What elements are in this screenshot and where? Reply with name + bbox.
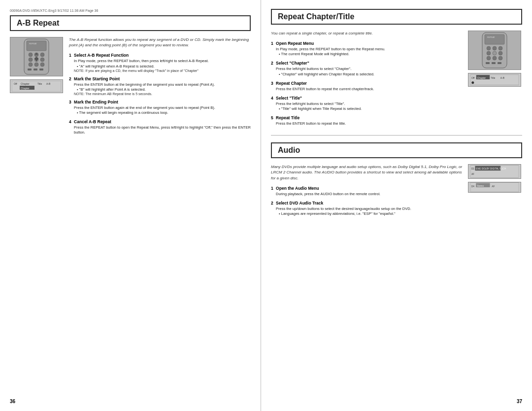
svg-point-29	[493, 46, 497, 50]
svg-point-33	[499, 51, 502, 55]
svg-point-36	[499, 56, 502, 60]
svg-rect-16	[33, 68, 37, 70]
svg-text:AF: AF	[471, 173, 474, 175]
left-step-1-note: NOTE: If you are playing a CD, the menu …	[74, 69, 251, 72]
audio-content: Many DVDs provide multiple language and …	[271, 164, 522, 220]
svg-text:Chapter: Chapter	[477, 77, 486, 79]
svg-point-31	[487, 51, 491, 55]
right-repeat-step-2-title: 2 Select "Chapter"	[271, 61, 463, 66]
svg-point-34	[487, 56, 491, 60]
left-step-2-bullet: • "B" will highlight after Point A is se…	[77, 87, 251, 92]
audio-step-2: 2 Select DVD Audio Track Press the up/do…	[271, 201, 463, 216]
svg-text:AF: AF	[492, 185, 495, 188]
left-step-4-body: Press the REPEAT button to open the Repe…	[74, 125, 251, 135]
svg-text:Off: Off	[14, 82, 17, 85]
svg-text:Title: Title	[491, 77, 495, 79]
right-repeat-step-3: 3 Repeat Chapter Press the ENTER button …	[271, 81, 463, 92]
svg-text:Chapter: Chapter	[21, 87, 30, 90]
left-step-1-bullet: • "A" will highlight when A-B Repeat is …	[77, 64, 251, 69]
left-step-1: 1 Select A-B Repeat Function In Play mod…	[69, 53, 251, 72]
svg-point-5	[29, 58, 33, 62]
right-repeat-step-5-title: 5 Repeat Title	[271, 115, 463, 120]
right-repeat-step-4-bullet: • "Title" will highlight when Title Repe…	[279, 106, 463, 111]
svg-text:Stereo: Stereo	[477, 185, 484, 187]
audio-step-2-bullet: • Languages are represented by abbreviat…	[279, 211, 463, 216]
right-display-strip: Off Chapter Title A-B ⬤	[468, 73, 521, 87]
right-repeat-step-3-body: Press the ENTER button to repeat the cur…	[276, 87, 463, 92]
audio-step-1: 1 Open the Audio Menu During playback, p…	[271, 186, 463, 197]
right-repeat-intro: You can repeat a single chapter, or repe…	[271, 31, 463, 36]
left-display-strip: Off Chapter Title A-B Chapter	[10, 79, 63, 93]
svg-rect-38	[492, 62, 496, 64]
svg-rect-17	[39, 68, 43, 70]
left-step-2-note: NOTE: The minimum AB Repeat time is 5 se…	[74, 92, 251, 96]
audio-display-strip-2: D4 Stereo AF	[468, 182, 521, 193]
svg-point-4	[40, 53, 44, 57]
right-page: Repeat Chapter/Title You can repeat a si…	[261, 0, 532, 411]
left-step-3: 3 Mark the Ending Point Press the ENTER …	[69, 100, 251, 115]
audio-images: D1 ENG DOLBY DIGITAL 5.1CH AF D4 Stereo	[468, 164, 522, 220]
audio-step-2-title: 2 Select DVD Audio Track	[271, 201, 463, 206]
left-step-1-title: 1 Select A-B Repeat Function	[69, 53, 251, 58]
svg-point-2	[29, 53, 33, 57]
svg-point-7	[40, 58, 44, 62]
right-repeat-step-1-body: In Play mode, press the REPEAT button to…	[276, 47, 463, 52]
audio-header: Audio	[271, 142, 522, 158]
svg-rect-39	[498, 62, 501, 64]
right-repeat-step-2-body: Press the left/right buttons to select "…	[276, 67, 463, 71]
audio-divider	[271, 135, 522, 136]
left-page-number: 36	[10, 399, 15, 404]
right-repeat-content: You can repeat a single chapter, or repe…	[271, 31, 522, 130]
svg-text:D1: D1	[471, 168, 474, 170]
svg-text:REPEAT: REPEAT	[487, 36, 495, 38]
audio-step-1-body: During playback, press the AUDIO button …	[276, 192, 463, 197]
right-repeat-header: Repeat Chapter/Title	[271, 9, 522, 25]
left-step-3-title: 3 Mark the Ending Point	[69, 100, 251, 104]
svg-point-30	[499, 46, 502, 50]
right-repeat-step-4-body: Press the left/right buttons to select "…	[276, 102, 463, 106]
svg-text:A-B: A-B	[46, 82, 51, 85]
left-step-3-bullet: • The segment will begin repeating in a …	[77, 110, 251, 115]
audio-display-strip-1: D1 ENG DOLBY DIGITAL 5.1CH AF	[468, 164, 521, 179]
left-section-title: A-B Repeat	[17, 19, 244, 28]
left-intro: The A-B Repeat function allows you to re…	[69, 37, 251, 48]
audio-intro: Many DVDs provide multiple language and …	[271, 164, 463, 181]
right-repeat-step-1-bullet: • The current Repeat Mode will highlight…	[279, 52, 463, 57]
left-steps: The A-B Repeat function allows you to re…	[69, 37, 251, 139]
svg-text:A-B: A-B	[500, 77, 504, 79]
left-step-1-body: In Play mode, press the REPEAT button, t…	[74, 59, 251, 64]
left-step-4: 4 Cancel A-B Repeat Press the REPEAT but…	[69, 119, 251, 135]
left-device-images: REPEAT Off Chapter Title A-B Chapter	[10, 37, 64, 139]
svg-text:D4: D4	[471, 185, 474, 188]
right-repeat-title: Repeat Chapter/Title	[278, 12, 515, 21]
left-step-2: 2 Mark the Starting Point Press the ENTE…	[69, 76, 251, 96]
audio-steps: Many DVDs provide multiple language and …	[271, 164, 463, 220]
svg-rect-37	[486, 62, 490, 64]
svg-point-28	[487, 46, 491, 50]
svg-point-10	[40, 63, 44, 67]
right-repeat-step-4: 4 Select "Title" Press the left/right bu…	[271, 96, 463, 111]
audio-title: Audio	[278, 146, 515, 155]
right-repeat-images: REPEAT Off Chapter Title A-B ⬤	[468, 31, 522, 130]
page-meta: 00090A DVD-V85K/XTC-Eng3 9/17/02 11:36 A…	[10, 9, 251, 12]
svg-text:ENG  DOLBY DIGITAL  5.1CH: ENG DOLBY DIGITAL 5.1CH	[476, 168, 506, 170]
audio-step-1-title: 1 Open the Audio Menu	[271, 186, 463, 191]
left-step-2-title: 2 Mark the Starting Point	[69, 76, 251, 81]
left-section-header: A-B Repeat	[10, 15, 251, 31]
left-step-4-title: 4 Cancel A-B Repeat	[69, 119, 251, 124]
right-remote-image: REPEAT	[468, 31, 521, 70]
left-content-area: REPEAT Off Chapter Title A-B Chapter	[10, 37, 251, 139]
right-repeat-step-2-bullet: • "Chapter" will highlight when Chapter …	[279, 72, 463, 77]
right-repeat-step-1-title: 1 Open Repeat Menu	[271, 41, 463, 46]
audio-section: Audio Many DVDs provide multiple languag…	[271, 142, 522, 220]
svg-point-35	[493, 56, 497, 60]
svg-text:Off: Off	[471, 77, 475, 79]
left-page: 00090A DVD-V85K/XTC-Eng3 9/17/02 11:36 A…	[0, 0, 261, 411]
svg-rect-15	[28, 68, 32, 70]
right-page-number: 37	[517, 399, 522, 404]
audio-step-2-body: Press the up/down buttons to select the …	[276, 206, 463, 211]
svg-point-9	[34, 63, 38, 67]
svg-text:Title: Title	[37, 82, 42, 85]
right-repeat-step-1: 1 Open Repeat Menu In Play mode, press t…	[271, 41, 463, 57]
right-repeat-step-2: 2 Select "Chapter" Press the left/right …	[271, 61, 463, 76]
